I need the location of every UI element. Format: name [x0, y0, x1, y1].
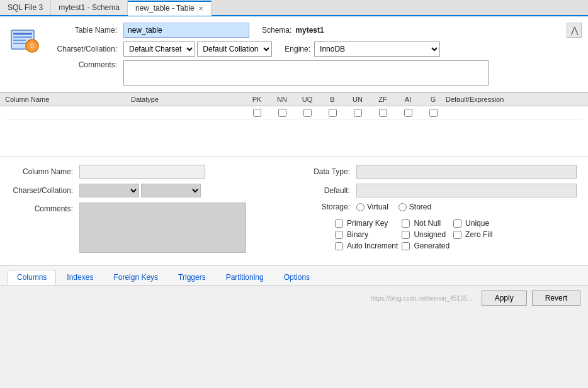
grid-cell-zf[interactable] — [370, 106, 395, 120]
grid-header-g: G — [421, 96, 446, 103]
grid-cell-ai[interactable] — [395, 106, 421, 120]
check-generated-label: Generated — [414, 241, 449, 250]
grid-header-uq: UQ — [295, 96, 320, 103]
tab-indexes[interactable]: Indexes — [57, 270, 103, 285]
grid-cell-col-name — [5, 106, 131, 120]
detail-column-name-label: Column Name: — [10, 167, 79, 176]
storage-virtual[interactable]: Virtual — [356, 202, 388, 211]
app-icon — [10, 25, 40, 55]
column-grid: Column Name Datatype PK NN UQ B UN ZF AI… — [0, 92, 588, 157]
tab-options[interactable]: Options — [274, 270, 319, 285]
grid-cell-default — [446, 106, 583, 120]
detail-charset-select[interactable] — [79, 184, 139, 197]
apply-button[interactable]: Apply — [482, 291, 527, 306]
svg-rect-1 — [13, 33, 32, 35]
checkbox-nn[interactable] — [278, 109, 286, 117]
tab-columns-label: Columns — [17, 273, 47, 282]
storage-virtual-label: Virtual — [367, 202, 388, 211]
grid-cell-b[interactable] — [320, 106, 345, 120]
checkbox-uq[interactable] — [303, 109, 312, 117]
detail-collation-select[interactable] — [141, 184, 201, 197]
collation-select[interactable]: Default Collation — [197, 42, 272, 57]
check-primary-key[interactable]: Primary Key — [335, 219, 398, 228]
tab-columns[interactable]: Columns — [8, 270, 56, 285]
storage-label: Storage: — [287, 202, 356, 211]
comments-label: Comments: — [48, 60, 123, 69]
checkbox-un[interactable] — [354, 109, 362, 117]
checkbox-auto-increment[interactable] — [335, 242, 343, 250]
comments-row: Comments: — [48, 60, 578, 86]
tab-triggers[interactable]: Triggers — [169, 270, 215, 285]
grid-cell-uq[interactable] — [295, 106, 320, 120]
charset-row: Charset/Collation: Default Charset Defau… — [48, 42, 578, 57]
tab-triggers-label: Triggers — [178, 273, 206, 282]
checkbox-ai[interactable] — [404, 109, 412, 117]
storage-stored[interactable]: Stored — [399, 202, 431, 211]
check-auto-increment-label: Auto Increment — [347, 241, 398, 250]
storage-stored-radio[interactable] — [399, 203, 407, 211]
detail-comments-textarea[interactable] — [79, 202, 246, 253]
grid-body — [0, 106, 588, 157]
grid-cell-pk[interactable] — [244, 106, 269, 120]
checkbox-rows: Primary Key Not Null Unique Binary Unsig… — [331, 216, 578, 253]
tab-foreign-keys[interactable]: Foreign Keys — [104, 270, 167, 285]
checkbox-not-null[interactable] — [402, 219, 410, 228]
storage-stored-label: Stored — [409, 202, 431, 211]
main-content: Table Name: Schema: mytest1 Charset/Coll… — [0, 16, 588, 311]
check-unique[interactable]: Unique — [453, 219, 492, 228]
check-generated[interactable]: Generated — [402, 241, 449, 250]
engine-label: Engine: — [285, 45, 310, 53]
tab-close-icon[interactable]: ✕ — [198, 5, 203, 12]
table-name-label: Table Name: — [48, 26, 123, 35]
check-auto-increment[interactable]: Auto Increment — [335, 241, 398, 250]
storage-virtual-radio[interactable] — [356, 203, 365, 211]
tab-sql-file-3[interactable]: SQL File 3 — [0, 0, 51, 15]
tab-label: new_table - Table — [135, 4, 195, 13]
engine-select[interactable]: InnoDB — [314, 42, 440, 57]
grid-cell-un[interactable] — [345, 106, 370, 120]
check-unsigned-label: Unsigned — [414, 230, 446, 239]
grid-cell-nn[interactable] — [269, 106, 295, 120]
check-binary-label: Binary — [347, 230, 368, 239]
grid-header-b: B — [320, 96, 345, 103]
grid-header-nn: NN — [269, 96, 295, 103]
checkbox-unique[interactable] — [453, 219, 461, 228]
checkbox-zf[interactable] — [379, 109, 387, 117]
comments-textarea[interactable] — [123, 60, 489, 86]
tab-new-table[interactable]: new_table - Table ✕ — [128, 1, 212, 16]
check-zero-fill[interactable]: Zero Fill — [453, 230, 492, 239]
checkbox-unsigned[interactable] — [402, 231, 410, 239]
revert-button[interactable]: Revert — [532, 291, 580, 306]
checkbox-zero-fill[interactable] — [453, 231, 461, 239]
schema-label: Schema: — [262, 26, 291, 35]
bottom-tabs: Columns Indexes Foreign Keys Triggers Pa… — [0, 266, 588, 285]
table-name-input[interactable] — [123, 23, 249, 38]
checkbox-pk[interactable] — [253, 109, 261, 117]
detail-default-input[interactable] — [356, 184, 577, 197]
watermark: https://blog.csdn.net/weixin_45135... — [371, 295, 477, 302]
tab-mytest1-schema[interactable]: mytest1 - Schema — [51, 0, 128, 15]
grid-header-ai: AI — [395, 96, 421, 103]
detail-column-name-row: Column Name: — [10, 165, 274, 179]
checkbox-g[interactable] — [429, 109, 438, 117]
charset-select[interactable]: Default Charset — [123, 42, 195, 57]
schema-value: mytest1 — [295, 26, 324, 35]
checkbox-primary-key[interactable] — [335, 219, 343, 228]
checkbox-b[interactable] — [329, 109, 337, 117]
tab-label: SQL File 3 — [8, 3, 43, 12]
tab-partitioning[interactable]: Partitioning — [217, 270, 273, 285]
collapse-button[interactable]: ⋀ — [567, 23, 582, 38]
detail-column-name-input[interactable] — [79, 165, 205, 179]
svg-rect-3 — [13, 40, 26, 41]
check-binary[interactable]: Binary — [335, 230, 398, 239]
detail-charset-label: Charset/Collation: — [10, 186, 79, 195]
action-bar: https://blog.csdn.net/weixin_45135... Ap… — [0, 285, 588, 311]
grid-header-pk: PK — [244, 96, 269, 103]
check-unsigned[interactable]: Unsigned — [402, 230, 449, 239]
checkbox-generated[interactable] — [402, 242, 410, 250]
check-not-null[interactable]: Not Null — [402, 219, 449, 228]
checkbox-binary[interactable] — [335, 231, 343, 239]
grid-cell-g[interactable] — [421, 106, 446, 120]
detail-charset-row: Charset/Collation: — [10, 184, 274, 197]
detail-data-type-input[interactable] — [356, 165, 577, 179]
